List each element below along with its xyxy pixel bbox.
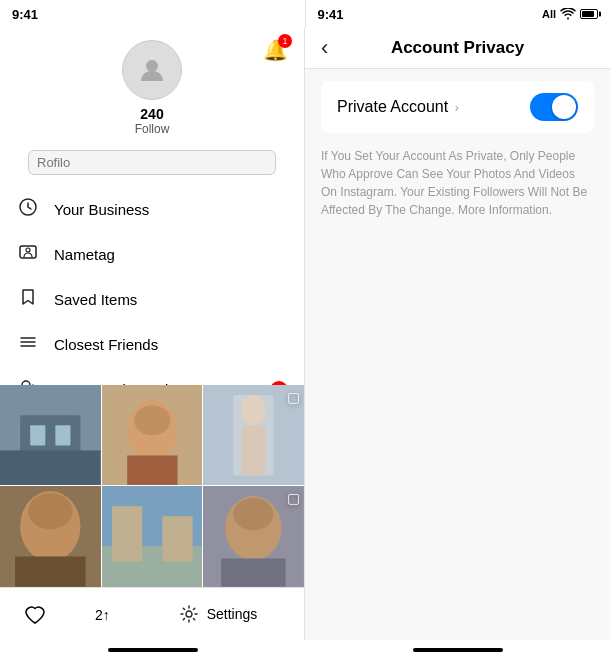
nametag-label: Nametag [54,246,288,263]
battery-icon [580,9,598,19]
nametag-icon [16,242,40,267]
saved-items-label: Saved Items [54,291,288,308]
private-account-label-group: Private Account › [337,98,459,116]
status-bar-left: 9:41 [0,0,305,28]
closest-friends-label: Closest Friends [54,336,288,353]
photo-6[interactable]: ▢ [203,486,304,587]
photo-5-img [102,486,203,587]
private-account-row[interactable]: Private Account › [321,81,594,133]
svg-rect-15 [0,450,101,485]
svg-text:2↑: 2↑ [95,607,110,623]
status-bar-right: 9:41 All [305,0,611,28]
svg-point-18 [134,405,170,435]
right-panel: ‹ Account Privacy Private Account › If Y… [305,28,610,640]
right-header: ‹ Account Privacy [305,28,610,69]
followers-stat: 240 Follow [135,106,170,136]
photo-1-img [0,385,101,486]
nametag-svg-icon [18,242,38,262]
signal-text: All [542,8,556,20]
private-account-toggle[interactable] [530,93,578,121]
settings-icon [179,604,199,624]
saved-items-icon [16,287,40,312]
main-content: 🔔 1 240 Follow [0,28,610,640]
photo-1[interactable] [0,385,101,486]
profile-stats: 240 Follow [135,106,170,136]
nav-item-suggested-people[interactable]: Suggested People 1 [0,367,304,385]
heart-icon [23,603,47,625]
left-nav: Your Business Nametag [0,183,304,385]
back-button[interactable]: ‹ [321,35,328,61]
private-account-label: Private Account [337,98,448,115]
your-business-icon [16,197,40,222]
photo-3-icon: ▢ [287,389,300,405]
avatar-icon [137,55,167,85]
saved-svg-icon [18,287,38,307]
notification-badge: 1 [278,34,292,48]
photo-2[interactable] [102,385,203,486]
svg-point-34 [234,498,274,530]
svg-rect-14 [55,425,70,445]
svg-point-22 [242,395,266,425]
photo-4-img [0,486,101,587]
bottom-indicators [0,640,610,660]
settings-label: Settings [207,606,258,622]
suggested-svg-icon [18,377,38,385]
your-business-label: Your Business [54,201,288,218]
profile-area: 🔔 1 240 Follow [0,28,304,144]
photo-3[interactable]: ▢ [203,385,304,486]
like-tab[interactable] [0,603,70,625]
activity-icon: 2↑ [93,603,117,625]
svg-rect-23 [242,425,266,475]
profile-search-input[interactable] [28,150,276,175]
right-time: 9:41 [318,7,344,22]
photos-grid: ▢ [0,385,304,587]
suggested-people-icon [16,377,40,385]
friends-svg-icon [18,332,38,352]
nav-item-closest-friends[interactable]: Closest Friends [0,322,304,367]
closest-friends-icon [16,332,40,357]
photo-5[interactable] [102,486,203,587]
svg-rect-35 [221,559,285,587]
svg-rect-30 [112,506,142,561]
private-account-chevron: › [455,101,459,115]
left-home-bar [108,648,198,652]
business-svg-icon [18,197,38,217]
nav-item-saved-items[interactable]: Saved Items [0,277,304,322]
photo-6-icon: ▢ [287,490,300,506]
svg-point-26 [28,493,72,529]
toggle-knob [552,95,576,119]
svg-point-3 [26,248,30,252]
status-bars: 9:41 9:41 All [0,0,610,28]
settings-nav[interactable]: Settings [140,596,304,632]
avatar[interactable] [122,40,182,100]
status-icons: All [542,8,598,20]
svg-point-0 [146,60,158,72]
notification-bell[interactable]: 🔔 1 [263,38,288,62]
right-content: Private Account › If You Set Your Accoun… [305,69,610,640]
activity-tab[interactable]: 2↑ [70,603,140,625]
left-panel: 🔔 1 240 Follow [0,28,305,640]
photo-2-img [102,385,203,486]
right-home-bar-area [305,640,610,660]
nav-item-nametag[interactable]: Nametag [0,232,304,277]
account-privacy-title: Account Privacy [391,38,524,58]
svg-point-37 [186,611,192,617]
followers-count: 240 [140,106,163,122]
wifi-icon [560,8,576,20]
svg-rect-19 [127,455,177,485]
svg-rect-31 [162,517,192,562]
privacy-description: If You Set Your Account As Private, Only… [321,143,594,219]
svg-rect-27 [15,557,85,587]
right-home-bar [413,648,503,652]
left-time: 9:41 [12,7,38,22]
left-home-bar-area [0,640,305,660]
nav-item-your-business[interactable]: Your Business [0,187,304,232]
bottom-tabs-left: 2↑ Settings [0,587,304,640]
photo-4[interactable] [0,486,101,587]
profile-search-area [0,144,304,183]
followers-label: Follow [135,122,170,136]
svg-rect-13 [30,425,45,445]
